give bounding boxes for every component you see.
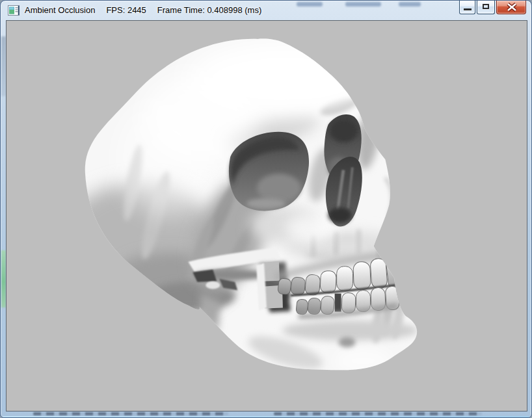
window-controls xyxy=(459,1,526,14)
maximize-icon xyxy=(483,4,489,9)
app-icon xyxy=(8,5,20,16)
maximize-button[interactable] xyxy=(477,1,495,14)
render-viewport[interactable] xyxy=(6,20,527,411)
window-title: Ambient Occlusion xyxy=(25,5,95,15)
minimize-icon xyxy=(464,8,472,10)
fps-readout: FPS: 2445 xyxy=(106,5,146,15)
background-text-blur xyxy=(274,412,482,415)
app-window: Ambient Occlusion FPS: 2445 Frame Time: … xyxy=(0,0,532,418)
skull-model xyxy=(7,21,527,411)
minimize-button[interactable] xyxy=(459,1,475,14)
frame-time-readout: Frame Time: 0.408998 (ms) xyxy=(157,5,261,15)
background-text-blur xyxy=(33,412,228,415)
close-button[interactable] xyxy=(496,1,526,14)
background-window-green-blur xyxy=(1,250,6,307)
window-border-highlight xyxy=(3,416,529,417)
close-icon xyxy=(497,1,527,14)
background-window-blur xyxy=(1,36,6,96)
titlebar[interactable]: Ambient Occlusion FPS: 2445 Frame Time: … xyxy=(1,1,531,20)
